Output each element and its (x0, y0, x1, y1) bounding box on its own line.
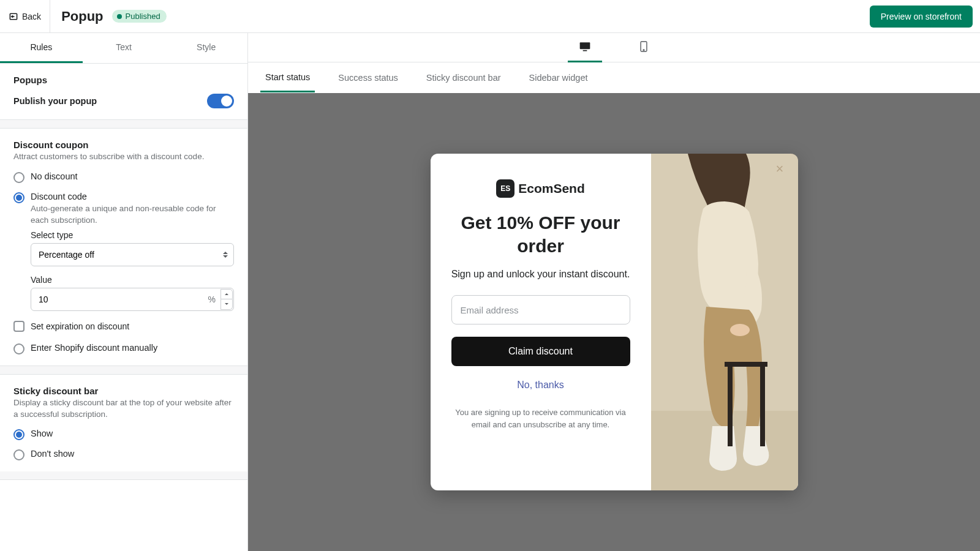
radio-icon (13, 429, 24, 440)
close-icon[interactable]: × (776, 162, 790, 176)
email-field[interactable] (451, 295, 630, 324)
sticky-section: Sticky discount bar Display a sticky dis… (0, 375, 247, 472)
discount-heading: Discount coupon (13, 140, 234, 150)
status-dot-icon (117, 14, 122, 19)
svg-rect-1 (579, 42, 590, 49)
radio-sticky-show[interactable]: Show (13, 429, 234, 440)
popups-heading: Popups (13, 75, 234, 85)
discount-sub: Attract customers to subscribe with a di… (13, 151, 234, 163)
radio-sticky-hide[interactable]: Don't show (13, 449, 234, 460)
publish-toggle[interactable] (207, 94, 234, 108)
radio-show-label: Show (31, 429, 53, 438)
radio-discount-code-label: Discount code (31, 192, 234, 201)
tab-rules[interactable]: Rules (0, 33, 83, 63)
svg-rect-9 (760, 367, 765, 446)
expiration-checkbox-row[interactable]: Set expiration on discount (13, 321, 234, 332)
section-divider (0, 366, 247, 375)
no-thanks-link[interactable]: No, thanks (517, 380, 564, 391)
section-divider (0, 471, 247, 480)
popup-heading: Get 10% OFF your order (451, 211, 630, 257)
radio-no-discount[interactable]: No discount (13, 171, 234, 183)
radio-manual-label: Enter Shopify discount manually (31, 343, 157, 353)
discount-section: Discount coupon Attract customers to sub… (0, 129, 247, 366)
state-tab-success[interactable]: Success status (333, 64, 403, 91)
value-label: Value (31, 275, 234, 285)
svg-rect-8 (728, 367, 733, 446)
radio-hide-label: Don't show (31, 449, 74, 459)
popup-preview: ES EcomSend Get 10% OFF your order Sign … (431, 154, 798, 490)
tab-style[interactable]: Style (165, 33, 247, 63)
radio-icon (13, 192, 24, 203)
expiration-label: Set expiration on discount (31, 321, 129, 331)
settings-sidebar: Rules Text Style Popups Publish your pop… (0, 33, 248, 551)
section-divider (0, 120, 247, 129)
preview-storefront-button[interactable]: Preview on storefront (870, 6, 973, 28)
radio-icon (13, 449, 24, 460)
preview-state-tabs: Start status Success status Sticky disco… (248, 62, 980, 93)
popup-subheading: Sign up and unlock your instant discount… (451, 267, 630, 282)
preview-area: Start status Success status Sticky disco… (248, 33, 980, 551)
discount-type-select[interactable]: Percentage off (31, 243, 234, 266)
select-type-label: Select type (31, 230, 234, 240)
svg-rect-2 (582, 50, 587, 51)
page-title: Popup (61, 9, 103, 24)
back-label: Back (22, 12, 41, 21)
device-mobile-button[interactable] (627, 33, 661, 62)
publish-popup-label: Publish your popup (13, 96, 97, 106)
popup-image: × (651, 154, 798, 490)
svg-point-4 (643, 50, 644, 51)
state-tab-sticky[interactable]: Sticky discount bar (421, 64, 506, 91)
claim-discount-button[interactable]: Claim discount (451, 337, 630, 366)
radio-no-discount-label: No discount (31, 171, 78, 181)
sidebar-tabs: Rules Text Style (0, 33, 247, 64)
sticky-heading: Sticky discount bar (13, 386, 234, 396)
value-unit: % (208, 294, 216, 304)
popup-brand: ES EcomSend (496, 179, 585, 198)
discount-value-field: Value % (31, 275, 234, 311)
state-tab-start[interactable]: Start status (260, 64, 315, 92)
checkbox-icon (13, 321, 24, 332)
status-badge: Published (112, 10, 167, 23)
popups-section: Popups Publish your popup (0, 64, 247, 120)
radio-discount-code-desc: Auto-generate a unique and non-reusable … (31, 203, 234, 227)
radio-icon (13, 172, 24, 183)
back-icon (9, 12, 18, 21)
discount-value-input[interactable] (31, 288, 234, 311)
desktop-icon (579, 41, 591, 52)
tab-text[interactable]: Text (83, 33, 165, 63)
top-bar: Back Popup Published Preview on storefro… (0, 0, 980, 33)
brand-name: EcomSend (518, 181, 585, 196)
preview-canvas: ES EcomSend Get 10% OFF your order Sign … (248, 93, 980, 551)
device-desktop-button[interactable] (568, 33, 602, 62)
number-spinner (221, 289, 233, 310)
radio-manual-discount[interactable]: Enter Shopify discount manually (13, 343, 234, 354)
mobile-icon (638, 41, 650, 52)
back-button[interactable]: Back (0, 0, 50, 33)
sticky-sub: Display a sticky discount bar at the top… (13, 397, 234, 421)
svg-rect-7 (725, 362, 767, 367)
svg-point-10 (730, 324, 750, 336)
status-badge-label: Published (126, 12, 160, 21)
discount-type-field: Select type Percentage off (31, 230, 234, 266)
device-switcher (248, 33, 980, 62)
spinner-up-button[interactable] (221, 289, 233, 300)
radio-discount-code[interactable]: Discount code Auto-generate a unique and… (13, 192, 234, 227)
popup-legal-text: You are signing up to receive communicat… (451, 407, 630, 430)
state-tab-sidebar[interactable]: Sidebar widget (524, 64, 593, 91)
sidebar-scroll[interactable]: Popups Publish your popup Discount coupo… (0, 64, 247, 551)
radio-icon (13, 343, 24, 354)
popup-content: ES EcomSend Get 10% OFF your order Sign … (431, 154, 651, 490)
spinner-down-button[interactable] (221, 299, 233, 310)
model-illustration (651, 154, 798, 490)
brand-logo-icon: ES (496, 179, 514, 198)
